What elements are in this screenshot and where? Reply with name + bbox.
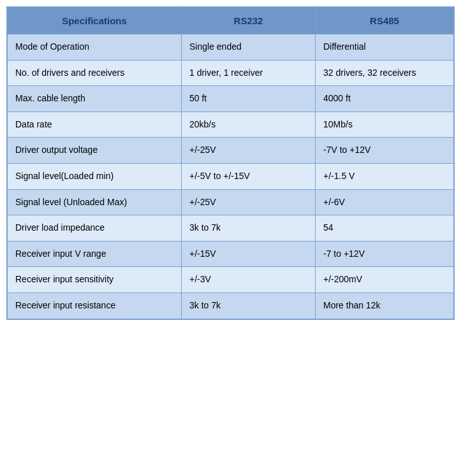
table-row: Receiver input resistance3k to 7kMore th…: [8, 292, 454, 319]
cell-rs232: +/-5V to +/-15V: [182, 163, 316, 189]
cell-spec: Driver output voltage: [8, 138, 182, 164]
cell-spec: Max. cable length: [8, 86, 182, 112]
specifications-table: Specifications RS232 RS485 Mode of Opera…: [6, 6, 455, 320]
cell-rs485: 4000 ft: [316, 86, 454, 112]
header-specifications: Specifications: [8, 8, 182, 34]
cell-rs232: Single ended: [182, 34, 316, 61]
cell-rs485: Differential: [316, 34, 454, 61]
cell-rs485: -7V to +12V: [316, 138, 454, 164]
cell-rs232: +/-25V: [182, 189, 316, 215]
cell-spec: Mode of Operation: [8, 34, 182, 61]
table-row: No. of drivers and receivers1 driver, 1 …: [8, 60, 454, 86]
table-row: Signal level (Unloaded Max)+/-25V+/-6V: [8, 189, 454, 215]
cell-rs485: 32 drivers, 32 receivers: [316, 60, 454, 86]
table-row: Driver load impedance3k to 7k54: [8, 215, 454, 242]
cell-spec: Receiver input V range: [8, 241, 182, 267]
table-row: Driver output voltage+/-25V-7V to +12V: [8, 138, 454, 164]
cell-spec: No. of drivers and receivers: [8, 60, 182, 86]
table-row: Data rate20kb/s10Mb/s: [8, 112, 454, 138]
table-header-row: Specifications RS232 RS485: [8, 8, 454, 34]
table-row: Signal level(Loaded min)+/-5V to +/-15V+…: [8, 163, 454, 189]
cell-rs485: 10Mb/s: [316, 112, 454, 138]
cell-rs232: +/-25V: [182, 138, 316, 164]
table-row: Mode of OperationSingle endedDifferentia…: [8, 34, 454, 61]
cell-rs232: 50 ft: [182, 86, 316, 112]
cell-rs485: -7 to +12V: [316, 241, 454, 267]
cell-rs232: 20kb/s: [182, 112, 316, 138]
header-rs232: RS232: [182, 8, 316, 34]
cell-rs232: +/-15V: [182, 241, 316, 267]
cell-spec: Driver load impedance: [8, 215, 182, 242]
cell-rs232: +/-3V: [182, 267, 316, 293]
cell-rs485: 54: [316, 215, 454, 242]
cell-rs485: +/-1.5 V: [316, 163, 454, 189]
cell-spec: Signal level(Loaded min): [8, 163, 182, 189]
cell-rs232: 1 driver, 1 receiver: [182, 60, 316, 86]
cell-rs485: +/-200mV: [316, 267, 454, 293]
cell-rs485: More than 12k: [316, 292, 454, 319]
cell-spec: Receiver input sensitivity: [8, 267, 182, 293]
cell-rs232: 3k to 7k: [182, 215, 316, 242]
cell-rs232: 3k to 7k: [182, 292, 316, 319]
cell-spec: Receiver input resistance: [8, 292, 182, 319]
cell-spec: Data rate: [8, 112, 182, 138]
cell-rs485: +/-6V: [316, 189, 454, 215]
cell-spec: Signal level (Unloaded Max): [8, 189, 182, 215]
header-rs485: RS485: [316, 8, 454, 34]
table-row: Max. cable length50 ft4000 ft: [8, 86, 454, 112]
table-row: Receiver input sensitivity+/-3V+/-200mV: [8, 267, 454, 293]
table-row: Receiver input V range+/-15V-7 to +12V: [8, 241, 454, 267]
